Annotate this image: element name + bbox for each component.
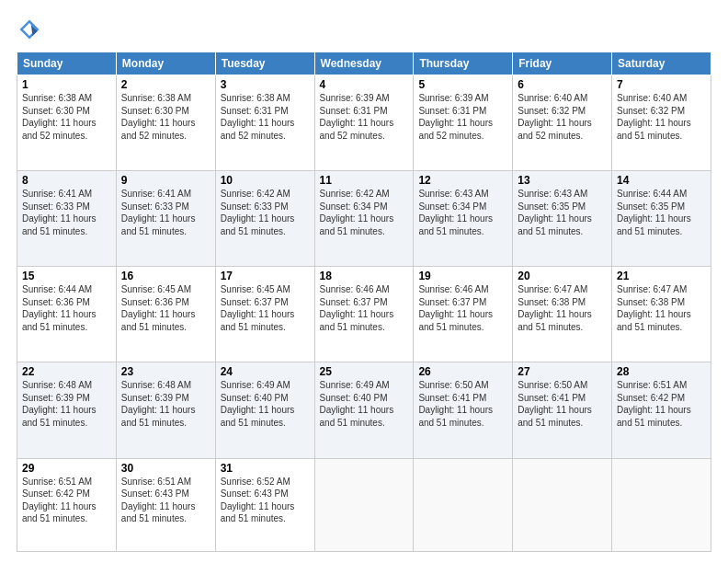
- day-info: Sunrise: 6:47 AMSunset: 6:38 PMDaylight:…: [518, 283, 607, 333]
- day-info: Sunrise: 6:51 AMSunset: 6:42 PMDaylight:…: [22, 476, 111, 525]
- day-info: Sunrise: 6:51 AMSunset: 6:43 PMDaylight:…: [121, 476, 210, 525]
- day-info: Sunrise: 6:51 AMSunset: 6:42 PMDaylight:…: [617, 379, 706, 429]
- day-number: 11: [320, 174, 409, 187]
- logo: [17, 17, 46, 42]
- day-number: 26: [418, 365, 507, 378]
- day-info: Sunrise: 6:43 AMSunset: 6:35 PMDaylight:…: [518, 188, 607, 237]
- calendar-cell: 23Sunrise: 6:48 AMSunset: 6:39 PMDayligh…: [116, 362, 215, 458]
- calendar-week-row-2: 8Sunrise: 6:41 AMSunset: 6:33 PMDaylight…: [17, 171, 711, 267]
- calendar-header-saturday: Saturday: [612, 52, 711, 75]
- day-info: Sunrise: 6:48 AMSunset: 6:39 PMDaylight:…: [22, 379, 111, 429]
- day-number: 31: [221, 462, 310, 475]
- calendar-table: SundayMondayTuesdayWednesdayThursdayFrid…: [17, 52, 711, 552]
- day-info: Sunrise: 6:38 AMSunset: 6:31 PMDaylight:…: [221, 92, 310, 142]
- calendar-header-thursday: Thursday: [414, 52, 513, 75]
- day-info: Sunrise: 6:47 AMSunset: 6:38 PMDaylight:…: [617, 283, 706, 333]
- day-number: 29: [22, 462, 111, 475]
- calendar-cell: 29Sunrise: 6:51 AMSunset: 6:42 PMDayligh…: [17, 458, 117, 552]
- day-info: Sunrise: 6:41 AMSunset: 6:33 PMDaylight:…: [121, 188, 210, 237]
- calendar-header-tuesday: Tuesday: [215, 52, 314, 75]
- day-info: Sunrise: 6:38 AMSunset: 6:30 PMDaylight:…: [22, 92, 111, 142]
- day-info: Sunrise: 6:43 AMSunset: 6:34 PMDaylight:…: [418, 188, 507, 237]
- day-number: 24: [221, 365, 310, 378]
- day-number: 2: [121, 78, 210, 91]
- calendar-cell: 3Sunrise: 6:38 AMSunset: 6:31 PMDaylight…: [215, 75, 314, 171]
- day-info: Sunrise: 6:46 AMSunset: 6:37 PMDaylight:…: [418, 283, 507, 333]
- day-number: 9: [121, 174, 210, 187]
- day-number: 13: [518, 174, 607, 187]
- calendar-header-monday: Monday: [116, 52, 215, 75]
- calendar-cell: 6Sunrise: 6:40 AMSunset: 6:32 PMDaylight…: [513, 75, 612, 171]
- calendar-week-row-1: 1Sunrise: 6:38 AMSunset: 6:30 PMDaylight…: [17, 75, 711, 171]
- calendar-header-friday: Friday: [513, 52, 612, 75]
- calendar-week-row-3: 15Sunrise: 6:44 AMSunset: 6:36 PMDayligh…: [17, 267, 711, 362]
- day-info: Sunrise: 6:41 AMSunset: 6:33 PMDaylight:…: [22, 188, 111, 237]
- day-info: Sunrise: 6:52 AMSunset: 6:43 PMDaylight:…: [221, 476, 310, 525]
- calendar-cell: 30Sunrise: 6:51 AMSunset: 6:43 PMDayligh…: [116, 458, 215, 552]
- day-info: Sunrise: 6:39 AMSunset: 6:31 PMDaylight:…: [418, 92, 507, 142]
- calendar-header-wednesday: Wednesday: [314, 52, 414, 75]
- day-number: 4: [320, 78, 409, 91]
- day-info: Sunrise: 6:40 AMSunset: 6:32 PMDaylight:…: [617, 92, 706, 142]
- day-number: 14: [617, 174, 706, 187]
- day-info: Sunrise: 6:44 AMSunset: 6:36 PMDaylight:…: [22, 283, 111, 333]
- day-info: Sunrise: 6:39 AMSunset: 6:31 PMDaylight:…: [320, 92, 409, 142]
- day-number: 28: [617, 365, 706, 378]
- calendar-cell: 2Sunrise: 6:38 AMSunset: 6:30 PMDaylight…: [116, 75, 215, 171]
- day-number: 1: [22, 78, 111, 91]
- calendar-cell: 7Sunrise: 6:40 AMSunset: 6:32 PMDaylight…: [612, 75, 711, 171]
- day-number: 5: [418, 78, 507, 91]
- calendar-cell: [314, 458, 414, 552]
- calendar-cell: 13Sunrise: 6:43 AMSunset: 6:35 PMDayligh…: [513, 171, 612, 267]
- calendar-cell: 26Sunrise: 6:50 AMSunset: 6:41 PMDayligh…: [414, 362, 513, 458]
- day-number: 16: [121, 270, 210, 282]
- day-number: 19: [418, 270, 507, 282]
- day-info: Sunrise: 6:44 AMSunset: 6:35 PMDaylight:…: [617, 188, 706, 237]
- day-number: 17: [221, 270, 310, 282]
- day-number: 12: [418, 174, 507, 187]
- calendar-cell: 1Sunrise: 6:38 AMSunset: 6:30 PMDaylight…: [17, 75, 117, 171]
- header: [17, 17, 711, 42]
- calendar-cell: 18Sunrise: 6:46 AMSunset: 6:37 PMDayligh…: [314, 267, 414, 362]
- calendar-cell: 28Sunrise: 6:51 AMSunset: 6:42 PMDayligh…: [612, 362, 711, 458]
- page: SundayMondayTuesdayWednesdayThursdayFrid…: [0, 0, 728, 563]
- calendar-cell: 25Sunrise: 6:49 AMSunset: 6:40 PMDayligh…: [314, 362, 414, 458]
- calendar-cell: [612, 458, 711, 552]
- calendar-cell: 11Sunrise: 6:42 AMSunset: 6:34 PMDayligh…: [314, 171, 414, 267]
- calendar-cell: 16Sunrise: 6:45 AMSunset: 6:36 PMDayligh…: [116, 267, 215, 362]
- calendar-cell: 12Sunrise: 6:43 AMSunset: 6:34 PMDayligh…: [414, 171, 513, 267]
- calendar-cell: [414, 458, 513, 552]
- calendar-cell: 20Sunrise: 6:47 AMSunset: 6:38 PMDayligh…: [513, 267, 612, 362]
- day-info: Sunrise: 6:45 AMSunset: 6:36 PMDaylight:…: [121, 283, 210, 333]
- calendar-cell: [513, 458, 612, 552]
- calendar-cell: 24Sunrise: 6:49 AMSunset: 6:40 PMDayligh…: [215, 362, 314, 458]
- calendar-cell: 8Sunrise: 6:41 AMSunset: 6:33 PMDaylight…: [17, 171, 117, 267]
- day-number: 10: [221, 174, 310, 187]
- calendar-header-row: SundayMondayTuesdayWednesdayThursdayFrid…: [17, 52, 711, 75]
- day-number: 30: [121, 462, 210, 475]
- day-info: Sunrise: 6:48 AMSunset: 6:39 PMDaylight:…: [121, 379, 210, 429]
- day-info: Sunrise: 6:50 AMSunset: 6:41 PMDaylight:…: [418, 379, 507, 429]
- day-number: 8: [22, 174, 111, 187]
- day-info: Sunrise: 6:40 AMSunset: 6:32 PMDaylight:…: [518, 92, 607, 142]
- calendar-cell: 31Sunrise: 6:52 AMSunset: 6:43 PMDayligh…: [215, 458, 314, 552]
- calendar-cell: 9Sunrise: 6:41 AMSunset: 6:33 PMDaylight…: [116, 171, 215, 267]
- calendar-cell: 5Sunrise: 6:39 AMSunset: 6:31 PMDaylight…: [414, 75, 513, 171]
- day-number: 7: [617, 78, 706, 91]
- calendar-cell: 27Sunrise: 6:50 AMSunset: 6:41 PMDayligh…: [513, 362, 612, 458]
- day-info: Sunrise: 6:46 AMSunset: 6:37 PMDaylight:…: [320, 283, 409, 333]
- calendar-cell: 4Sunrise: 6:39 AMSunset: 6:31 PMDaylight…: [314, 75, 414, 171]
- day-number: 25: [320, 365, 409, 378]
- calendar-cell: 21Sunrise: 6:47 AMSunset: 6:38 PMDayligh…: [612, 267, 711, 362]
- day-number: 18: [320, 270, 409, 282]
- day-info: Sunrise: 6:45 AMSunset: 6:37 PMDaylight:…: [221, 283, 310, 333]
- day-number: 21: [617, 270, 706, 282]
- calendar-cell: 14Sunrise: 6:44 AMSunset: 6:35 PMDayligh…: [612, 171, 711, 267]
- calendar-cell: 17Sunrise: 6:45 AMSunset: 6:37 PMDayligh…: [215, 267, 314, 362]
- day-info: Sunrise: 6:42 AMSunset: 6:33 PMDaylight:…: [221, 188, 310, 237]
- logo-icon: [17, 17, 42, 42]
- day-number: 15: [22, 270, 111, 282]
- day-number: 22: [22, 365, 111, 378]
- calendar-header-sunday: Sunday: [17, 52, 117, 75]
- calendar-week-row-5: 29Sunrise: 6:51 AMSunset: 6:42 PMDayligh…: [17, 458, 711, 552]
